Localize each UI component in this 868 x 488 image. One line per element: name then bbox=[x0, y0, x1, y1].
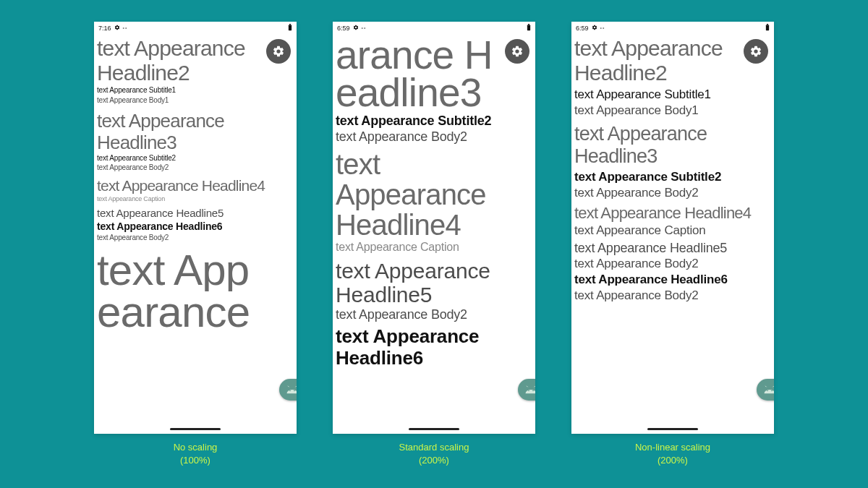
screenshot-column-no-scaling: 7:16 •• text Appearance Headline2text Ap… bbox=[94, 22, 297, 466]
settings-icon bbox=[353, 25, 359, 32]
android-overlay-button[interactable] bbox=[757, 379, 774, 401]
screenshot-column-standard-scaling: 6:59 •• arance Headline3text Appearance … bbox=[333, 22, 535, 466]
status-time: 6:59 bbox=[576, 25, 589, 32]
nav-home-indicator[interactable] bbox=[647, 428, 698, 430]
text-appearance-line: text Appearance Body2 bbox=[97, 163, 294, 172]
svg-point-3 bbox=[294, 390, 295, 392]
text-appearance-line: text Appearance Subtitle1 bbox=[97, 85, 294, 95]
android-icon bbox=[524, 385, 535, 395]
svg-point-7 bbox=[532, 390, 534, 392]
status-right bbox=[288, 24, 292, 33]
text-appearance-line: text Appearance Body2 bbox=[336, 307, 532, 322]
battery-icon bbox=[288, 24, 292, 33]
status-dots: •• bbox=[362, 25, 367, 30]
text-appearance-line: text Appearance Headline3 bbox=[97, 110, 294, 153]
status-bar: 6:59 •• bbox=[333, 22, 535, 35]
gear-icon bbox=[749, 45, 762, 58]
status-left: 6:59 •• bbox=[337, 25, 366, 32]
nav-home-indicator[interactable] bbox=[409, 428, 459, 430]
svg-rect-0 bbox=[289, 25, 292, 30]
text-appearance-line: text Appearance Headline2 bbox=[97, 36, 294, 85]
svg-rect-8 bbox=[766, 25, 769, 30]
phone-no-scaling: 7:16 •• text Appearance Headline2text Ap… bbox=[94, 22, 297, 434]
text-appearance-line: text Appearance Headline6 bbox=[97, 220, 294, 233]
android-overlay-button[interactable] bbox=[279, 379, 297, 401]
text-appearance-line: text Appearance Headline5 bbox=[336, 259, 532, 307]
text-appearance-line: text Appearance Headline6 bbox=[574, 272, 771, 288]
text-appearance-line: text Appearance Body2 bbox=[574, 185, 771, 201]
text-appearance-line: arance H bbox=[336, 36, 532, 74]
gear-icon bbox=[511, 45, 524, 58]
svg-rect-1 bbox=[289, 24, 291, 25]
caption-standard-scaling: Standard scaling(200%) bbox=[399, 441, 469, 466]
phone-standard-scaling: 6:59 •• arance Headline3text Appearance … bbox=[333, 22, 535, 434]
settings-button[interactable] bbox=[266, 39, 291, 64]
caption-no-scaling: No scaling(100%) bbox=[174, 441, 218, 466]
battery-icon bbox=[527, 24, 531, 33]
settings-icon bbox=[592, 25, 597, 32]
text-appearance-line: text Appearance Caption bbox=[336, 240, 532, 254]
svg-rect-5 bbox=[528, 24, 529, 25]
status-left: 6:59 •• bbox=[576, 25, 605, 32]
status-bar: 7:16 •• bbox=[94, 22, 297, 35]
battery-icon bbox=[765, 24, 770, 33]
status-right bbox=[527, 24, 531, 33]
android-overlay-button[interactable] bbox=[518, 379, 535, 401]
gear-icon bbox=[272, 45, 285, 58]
text-appearance-line: text Appearance Headline4 bbox=[97, 176, 294, 194]
text-appearance-line: text Appearance Caption bbox=[97, 194, 294, 203]
settings-button[interactable] bbox=[744, 39, 768, 64]
text-appearance-line: text Appearance Headline5 bbox=[574, 240, 771, 256]
status-time: 7:16 bbox=[98, 25, 111, 32]
svg-point-11 bbox=[771, 390, 773, 392]
text-appearance-line: text Appearance Body1 bbox=[97, 95, 294, 106]
text-appearance-line: text Appearance Body2 bbox=[97, 233, 294, 242]
text-appearance-line: text App bbox=[97, 249, 294, 291]
svg-point-6 bbox=[528, 390, 529, 392]
text-appearance-line: text Appearance Subtitle2 bbox=[336, 113, 532, 129]
status-dots: •• bbox=[123, 25, 128, 30]
text-appearance-line: text Appearance Body2 bbox=[574, 256, 771, 272]
phone-nonlinear-scaling: 6:59 •• text Appearance Headline2text Ap… bbox=[571, 22, 774, 434]
text-appearance-line: text Appearance Caption bbox=[574, 223, 771, 239]
text-appearance-line: text Appearance Body1 bbox=[574, 103, 771, 119]
settings-icon bbox=[114, 25, 120, 32]
status-time: 6:59 bbox=[337, 25, 350, 32]
status-bar: 6:59 •• bbox=[571, 22, 774, 35]
text-appearance-line: text Appearance Subtitle2 bbox=[97, 153, 294, 163]
text-appearance-line: eadline3 bbox=[336, 74, 532, 111]
text-appearance-line: text Appearance Body2 bbox=[336, 129, 532, 145]
text-appearance-line: earance bbox=[97, 291, 294, 333]
nav-home-indicator[interactable] bbox=[170, 428, 221, 430]
screenshot-column-nonlinear-scaling: 6:59 •• text Appearance Headline2text Ap… bbox=[571, 22, 774, 466]
text-appearance-list: text Appearance Headline2text Appearance… bbox=[571, 35, 774, 304]
text-appearance-line: text Appearance Subtitle2 bbox=[574, 169, 771, 185]
status-left: 7:16 •• bbox=[98, 25, 127, 32]
status-right bbox=[765, 24, 770, 33]
status-dots: •• bbox=[600, 25, 605, 30]
settings-button[interactable] bbox=[505, 39, 529, 64]
svg-point-10 bbox=[767, 390, 768, 392]
text-appearance-line: text Appearance Body2 bbox=[574, 288, 771, 304]
text-appearance-line: text Appearance Headline4 bbox=[336, 149, 532, 240]
text-appearance-line: text Appearance Headline5 bbox=[97, 206, 294, 220]
android-icon bbox=[286, 385, 297, 395]
text-appearance-line: text Appearance Headline3 bbox=[574, 123, 771, 168]
text-appearance-line: text Appearance Headline2 bbox=[574, 36, 771, 85]
android-icon bbox=[763, 385, 774, 395]
svg-rect-9 bbox=[767, 24, 768, 25]
text-appearance-line: text Appearance Subtitle1 bbox=[574, 87, 771, 103]
svg-point-2 bbox=[289, 390, 291, 392]
text-appearance-line: text Appearance Headline6 bbox=[336, 325, 532, 369]
caption-nonlinear-scaling: Non-linear scaling(200%) bbox=[635, 441, 710, 466]
text-appearance-list: arance Headline3text Appearance Subtitle… bbox=[333, 35, 535, 369]
text-appearance-line: text Appearance Headline4 bbox=[574, 204, 771, 223]
svg-rect-4 bbox=[527, 25, 530, 30]
text-appearance-list: text Appearance Headline2text Appearance… bbox=[94, 35, 297, 333]
